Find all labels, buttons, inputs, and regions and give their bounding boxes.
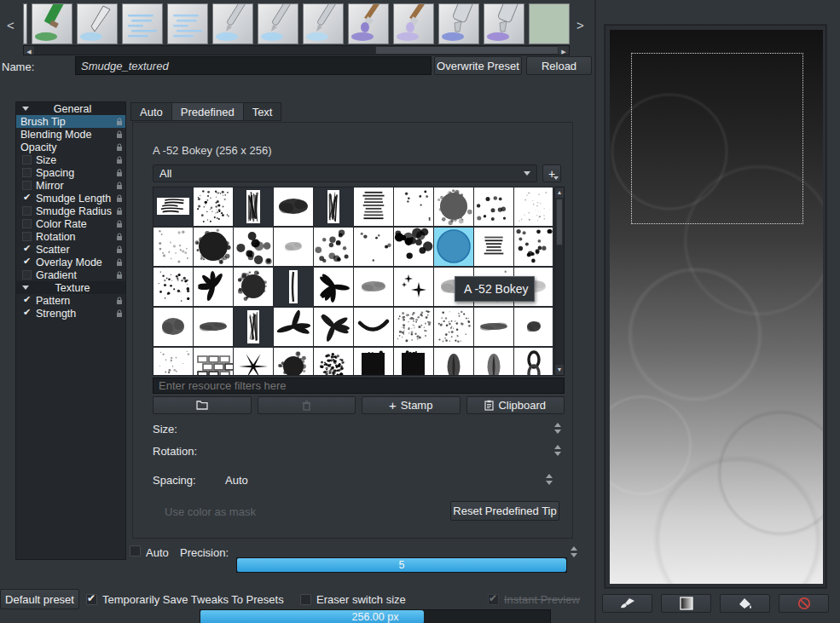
scratchpad-bucket-fill-button[interactable] (720, 594, 770, 613)
settings-item-brush-tip[interactable]: Brush Tip (16, 115, 125, 128)
settings-item-pattern[interactable]: Pattern (16, 294, 125, 307)
preset-strip-scrollbar[interactable]: ◀ ▶ (23, 45, 570, 55)
setting-checkbox[interactable] (22, 193, 32, 203)
brush-tip-cell-42[interactable] (234, 348, 273, 376)
settings-item-gradient[interactable]: Gradient (16, 268, 125, 281)
brush-tip-cell-selected[interactable] (434, 228, 473, 266)
brush-tip-cell-35[interactable] (354, 308, 393, 346)
reload-button[interactable]: Reload (526, 56, 592, 75)
preset-scrollbar-track[interactable] (34, 46, 559, 55)
settings-item-smudge-length[interactable]: Smudge Length (16, 192, 125, 205)
brush-tip-cell-0[interactable] (154, 187, 193, 226)
brush-tip-cell-6[interactable] (394, 187, 433, 226)
brush-tip-cell-23[interactable] (274, 268, 313, 306)
preset-thumbnail-pencil-lines-blue2[interactable] (167, 3, 208, 44)
reset-predefined-tip-button[interactable]: Reset Predefined Tip (450, 501, 559, 521)
brush-tip-cell-31[interactable] (194, 308, 233, 346)
brush-tip-cell-40[interactable] (154, 348, 193, 376)
clipboard-button[interactable]: Clipboard (466, 396, 565, 414)
footer-option-1[interactable]: Eraser switch size (300, 593, 406, 606)
setting-checkbox[interactable] (22, 296, 32, 305)
settings-section-texture[interactable]: Texture (16, 281, 125, 294)
scroll-up-arrow-icon[interactable]: ▲ (555, 187, 564, 198)
brush-tip-cell-43[interactable] (274, 348, 313, 376)
setting-checkbox[interactable] (22, 219, 32, 228)
tip-grid-scrollbar[interactable]: ▲ ▼ (554, 187, 565, 376)
preset-thumbnail-pen-scribble-blue[interactable] (258, 3, 298, 44)
preset-thumbnail-marker-blue[interactable] (438, 3, 479, 44)
brush-tip-cell-18[interactable] (474, 228, 513, 266)
settings-item-blending-mode[interactable]: Blending Mode (16, 128, 125, 141)
settings-section-general[interactable]: General (16, 102, 125, 115)
brush-tip-cell-16[interactable] (394, 228, 433, 266)
brush-tip-cell-34[interactable] (314, 308, 353, 346)
preset-icon-capture-area[interactable] (631, 53, 803, 224)
scroll-right-arrow-icon[interactable]: ▶ (559, 46, 569, 55)
footer-checkbox-1[interactable] (300, 594, 311, 605)
tab-predefined[interactable]: Predefined (172, 103, 244, 120)
brush-tip-cell-47[interactable] (434, 348, 473, 376)
brush-tip-cell-30[interactable] (154, 308, 193, 346)
setting-checkbox[interactable] (22, 309, 32, 318)
tip-grid-scrollbar-handle[interactable] (556, 199, 563, 245)
brush-tip-cell-11[interactable] (194, 228, 233, 266)
delete-resource-button[interactable] (258, 396, 356, 414)
preset-thumbnail-texture-green[interactable] (529, 3, 570, 44)
settings-item-color-rate[interactable]: Color Rate (16, 217, 125, 230)
footer-option-0[interactable]: Temporarily Save Tweaks To Presets (86, 593, 284, 606)
add-resource-button[interactable]: + (542, 164, 561, 182)
brush-tip-cell-22[interactable] (234, 268, 273, 306)
setting-checkbox[interactable] (22, 270, 32, 280)
spacing-spinner[interactable] (544, 471, 554, 487)
preset-thumbnail-brush-purple[interactable] (348, 3, 389, 44)
scratchpad-canvas[interactable] (610, 30, 823, 584)
footer-checkbox-0[interactable] (86, 594, 97, 605)
overwrite-preset-button[interactable]: Overwrite Preset (434, 56, 522, 75)
setting-checkbox[interactable] (22, 257, 32, 267)
preset-thumbnail-pen-swirl-blue[interactable] (212, 3, 253, 44)
brush-tip-cell-44[interactable] (314, 348, 353, 376)
brush-tip-cell-12[interactable] (234, 228, 273, 266)
brush-tip-cell-3[interactable] (274, 187, 313, 226)
settings-item-opacity[interactable]: Opacity (16, 141, 125, 153)
brush-tip-cell-38[interactable] (474, 308, 513, 346)
scratchpad-gradient-fill-button[interactable] (661, 594, 711, 613)
size-slider[interactable]: 256.00 px (200, 609, 551, 623)
brush-tip-cell-14[interactable] (314, 228, 353, 266)
scroll-down-arrow-icon[interactable]: ▼ (555, 365, 564, 375)
settings-item-spacing[interactable]: Spacing (16, 166, 125, 179)
setting-checkbox[interactable] (22, 155, 32, 164)
preset-scroll-right-button[interactable]: > (576, 18, 584, 32)
preset-scrollbar-handle[interactable] (375, 46, 559, 55)
resource-filter-input[interactable] (153, 378, 565, 394)
brush-tip-cell-9[interactable] (514, 187, 553, 226)
scroll-left-arrow-icon[interactable]: ◀ (24, 46, 34, 55)
default-preset-button[interactable]: Default preset (0, 589, 79, 609)
settings-item-rotation[interactable]: Rotation (16, 230, 125, 243)
setting-checkbox[interactable] (22, 168, 32, 177)
brush-tip-cell-33[interactable] (274, 308, 313, 346)
precision-spinner[interactable] (569, 544, 579, 559)
brush-tip-cell-10[interactable] (154, 228, 193, 266)
preset-thumbnail-pencil-lines-blue[interactable] (122, 3, 163, 44)
preset-thumbnail-crayon-green[interactable] (32, 3, 72, 44)
preset-thumbnail-knife-blue[interactable] (77, 3, 118, 44)
precision-slider[interactable]: 5 (236, 557, 567, 573)
preset-scroll-left-button[interactable]: < (7, 18, 14, 32)
preset-thumbnail-brush-lavender[interactable] (393, 3, 434, 44)
brush-tip-cell-2[interactable] (234, 187, 273, 226)
preset-thumbnail-marker-purple[interactable] (484, 3, 524, 44)
scratchpad-clear-button[interactable] (779, 594, 829, 613)
brush-tip-cell-7[interactable] (434, 187, 473, 226)
brush-tip-cell-8[interactable] (474, 187, 513, 226)
brush-tip-cell-24[interactable] (314, 268, 353, 306)
brush-tip-cell-25[interactable] (354, 268, 393, 306)
setting-checkbox[interactable] (22, 181, 32, 190)
brush-tip-cell-13[interactable] (274, 228, 313, 266)
scratchpad-paintbrush-button[interactable] (602, 594, 652, 613)
settings-item-mirror[interactable]: Mirror (16, 179, 125, 192)
brush-tip-cell-46[interactable] (394, 348, 433, 376)
settings-item-strength[interactable]: Strength (16, 307, 125, 320)
brush-tip-cell-21[interactable] (194, 268, 233, 306)
brush-tip-cell-4[interactable] (314, 187, 353, 226)
